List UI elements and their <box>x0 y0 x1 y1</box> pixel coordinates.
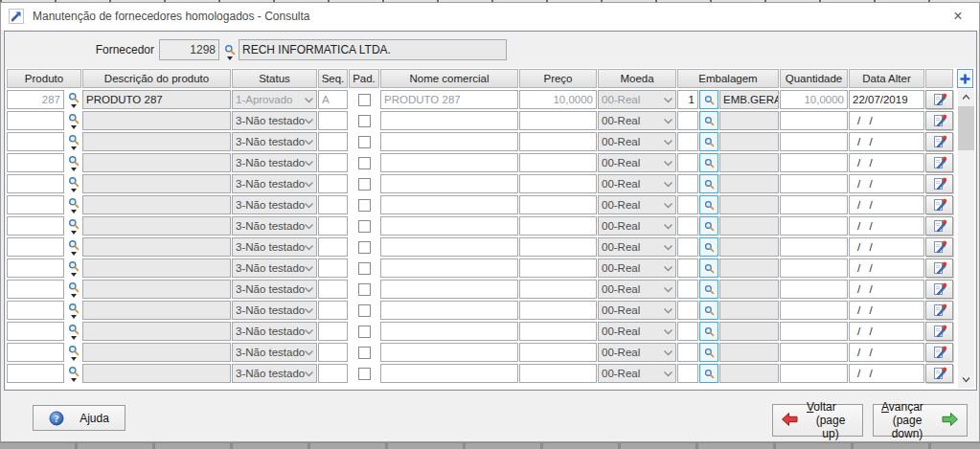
edit-row-button[interactable] <box>925 195 953 214</box>
pad-checkbox[interactable] <box>358 283 371 296</box>
embalagem-search-button[interactable] <box>699 111 718 130</box>
quantidade-input[interactable] <box>780 153 848 172</box>
nome-comercial-input[interactable] <box>380 174 518 193</box>
produto-search-icon[interactable] <box>65 176 81 192</box>
quantidade-input[interactable] <box>780 216 848 236</box>
fornecedor-code-input[interactable]: 1298 <box>159 39 219 60</box>
seq-input[interactable] <box>318 280 348 299</box>
produto-search-icon[interactable] <box>65 92 81 108</box>
embalagem-num-input[interactable] <box>677 364 698 383</box>
moeda-select[interactable]: 00-Real <box>598 153 676 172</box>
status-select[interactable]: 3-Não testado <box>232 132 317 151</box>
seq-input[interactable] <box>318 364 348 383</box>
nome-comercial-input[interactable] <box>380 237 518 257</box>
preco-input[interactable] <box>519 132 597 151</box>
preco-input[interactable] <box>519 216 597 236</box>
produto-search-icon[interactable] <box>65 155 81 171</box>
quantidade-input[interactable] <box>780 322 848 341</box>
preco-input[interactable]: 10,0000 <box>519 90 597 109</box>
edit-row-button[interactable] <box>925 237 953 257</box>
scroll-down-arrow[interactable] <box>958 371 974 388</box>
produto-input[interactable] <box>7 111 64 130</box>
quantidade-input[interactable] <box>780 258 848 278</box>
embalagem-search-button[interactable] <box>699 216 718 236</box>
edit-row-button[interactable] <box>925 280 953 299</box>
embalagem-search-button[interactable] <box>699 280 718 299</box>
data-alter-field[interactable]: / / <box>849 132 924 151</box>
embalagem-num-input[interactable]: 1 <box>677 90 698 109</box>
pad-checkbox[interactable] <box>358 94 371 106</box>
preco-input[interactable] <box>519 301 597 320</box>
moeda-select[interactable]: 00-Real <box>598 258 676 278</box>
data-alter-field[interactable]: / / <box>849 195 924 214</box>
embalagem-search-button[interactable] <box>699 153 718 172</box>
data-alter-field[interactable]: / / <box>849 258 924 278</box>
moeda-select[interactable]: 00-Real <box>598 90 676 109</box>
status-select[interactable]: 3-Não testado <box>232 258 317 278</box>
page-down-button[interactable]: Avançar (page down) <box>873 404 968 437</box>
edit-row-button[interactable] <box>925 153 953 172</box>
produto-search-icon[interactable] <box>65 324 81 340</box>
preco-input[interactable] <box>519 111 597 130</box>
vertical-scrollbar[interactable] <box>958 89 974 388</box>
embalagem-num-input[interactable] <box>677 280 698 299</box>
preco-input[interactable] <box>519 195 597 214</box>
produto-input[interactable] <box>7 280 64 299</box>
edit-row-button[interactable] <box>925 343 953 362</box>
produto-input[interactable] <box>7 237 64 257</box>
preco-input[interactable] <box>519 364 597 383</box>
seq-input[interactable] <box>318 322 348 341</box>
produto-search-icon[interactable] <box>65 260 81 277</box>
quantidade-input[interactable] <box>780 132 848 151</box>
embalagem-num-input[interactable] <box>677 216 698 236</box>
nome-comercial-input[interactable] <box>380 322 518 341</box>
seq-input[interactable] <box>318 237 348 257</box>
quantidade-input[interactable] <box>780 237 848 257</box>
quantidade-input[interactable] <box>780 174 848 193</box>
quantidade-input[interactable]: 10,0000 <box>780 90 848 109</box>
moeda-select[interactable]: 00-Real <box>598 322 676 341</box>
pad-checkbox[interactable] <box>358 241 371 254</box>
edit-row-button[interactable] <box>925 90 953 109</box>
scroll-up-arrow[interactable] <box>958 89 974 105</box>
embalagem-num-input[interactable] <box>677 322 698 341</box>
produto-search-icon[interactable] <box>65 239 81 256</box>
nome-comercial-input[interactable] <box>380 280 518 299</box>
pad-checkbox[interactable] <box>358 220 371 233</box>
produto-search-icon[interactable] <box>65 218 81 235</box>
preco-input[interactable] <box>519 280 597 299</box>
seq-input[interactable] <box>318 153 348 172</box>
embalagem-search-button[interactable] <box>699 237 718 257</box>
help-button[interactable]: ? Ajuda <box>33 405 125 431</box>
produto-search-icon[interactable] <box>65 113 81 129</box>
produto-input[interactable] <box>7 195 64 214</box>
data-alter-field[interactable]: / / <box>849 280 924 299</box>
embalagem-search-button[interactable] <box>699 258 718 278</box>
seq-input[interactable] <box>318 258 348 278</box>
produto-search-icon[interactable] <box>65 345 81 361</box>
preco-input[interactable] <box>519 258 597 278</box>
produto-input[interactable] <box>7 343 64 362</box>
edit-row-button[interactable] <box>925 258 953 278</box>
produto-input[interactable]: 287 <box>7 90 64 109</box>
produto-input[interactable] <box>7 153 64 172</box>
seq-input[interactable] <box>318 301 348 320</box>
data-alter-field[interactable]: / / <box>849 216 924 236</box>
moeda-select[interactable]: 00-Real <box>598 301 676 320</box>
nome-comercial-input[interactable] <box>380 258 518 278</box>
moeda-select[interactable]: 00-Real <box>598 280 676 299</box>
pad-checkbox[interactable] <box>358 115 371 127</box>
data-alter-field[interactable]: / / <box>849 322 924 341</box>
embalagem-num-input[interactable] <box>677 343 698 362</box>
embalagem-search-button[interactable] <box>699 364 718 383</box>
moeda-select[interactable]: 00-Real <box>598 364 676 383</box>
preco-input[interactable] <box>519 343 597 362</box>
moeda-select[interactable]: 00-Real <box>598 343 676 362</box>
embalagem-search-button[interactable] <box>699 132 718 151</box>
seq-input[interactable]: A <box>318 90 348 109</box>
pad-checkbox[interactable] <box>358 347 371 359</box>
pad-checkbox[interactable] <box>358 157 371 169</box>
embalagem-num-input[interactable] <box>677 111 698 130</box>
seq-input[interactable] <box>318 111 348 130</box>
produto-input[interactable] <box>7 174 64 193</box>
